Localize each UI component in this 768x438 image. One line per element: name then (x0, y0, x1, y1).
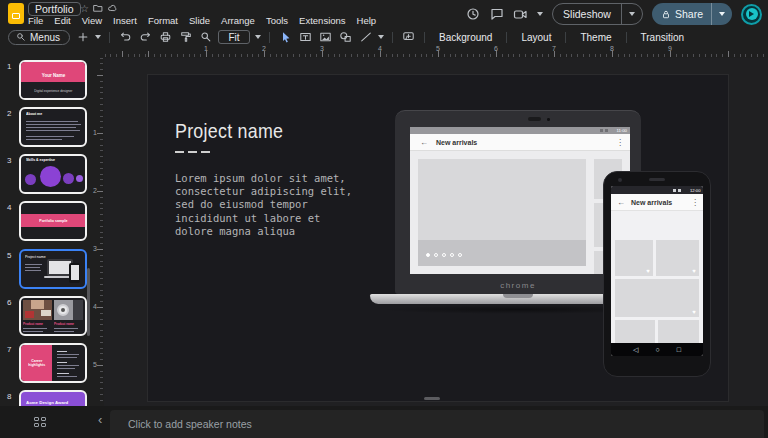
skill-bubble (63, 173, 74, 184)
grid-view-button[interactable] (34, 417, 46, 427)
carousel-dots (426, 253, 462, 257)
print-button[interactable] (158, 30, 173, 44)
product-card: ♥ (615, 240, 653, 276)
menu-arrange[interactable]: Arrange (221, 15, 255, 26)
comment-history-icon[interactable] (489, 7, 504, 22)
divider (565, 32, 566, 43)
slide-thumbnail-2[interactable]: About me (19, 107, 87, 147)
phone-clock: 12:00 (690, 188, 701, 192)
slide-thumbnail-1[interactable]: Your Name Digital experience designer (19, 60, 87, 100)
slide-thumbnail-7[interactable]: Career highlights (19, 343, 87, 383)
menu-file[interactable]: File (28, 15, 43, 26)
thumb-title: Your Name (41, 73, 64, 78)
nav-recents-icon: □ (677, 346, 681, 353)
toolbar: Menus Fit (0, 28, 768, 46)
titlebar: Portfolio ☆ File Edit View Insert Format… (0, 0, 768, 28)
call-dropdown-caret[interactable] (537, 12, 543, 16)
canvas-scroll-indicator[interactable] (424, 397, 440, 400)
transition-button[interactable]: Transition (635, 32, 691, 43)
slide-thumbnail-3[interactable]: Skills & expertise (19, 154, 87, 194)
slide-number: 1 (7, 62, 11, 71)
laptop-content (410, 151, 630, 274)
filmstrip-scrollbar[interactable] (87, 268, 90, 336)
slide-number: 7 (7, 345, 11, 354)
product-card: ♥ (656, 240, 699, 276)
menu-slide[interactable]: Slide (189, 15, 210, 26)
menu-tools[interactable]: Tools (266, 15, 288, 26)
phone-app-bar: ← New arrivals ⋮ (611, 194, 703, 211)
menu-edit[interactable]: Edit (54, 15, 70, 26)
skill-bubble (25, 174, 36, 185)
undo-button[interactable] (118, 30, 133, 44)
slide-thumbnail-5-selected[interactable]: Project name (19, 249, 87, 289)
slideshow-dropdown[interactable] (621, 4, 642, 24)
slide-filmstrip: 1 Your Name Digital experience designer … (0, 48, 92, 410)
share-label: Share (671, 8, 711, 20)
thumb-caption: Product name (54, 322, 74, 325)
slide-number: 5 (7, 251, 11, 260)
slide-body-textbox[interactable]: Lorem ipsum dolor sit amet, consectetur … (175, 172, 352, 238)
theme-button[interactable]: Theme (574, 32, 617, 43)
slide-canvas[interactable]: Project name Lorem ipsum dolor sit amet,… (104, 58, 768, 406)
zoom-select-caret[interactable] (255, 35, 261, 39)
move-folder-icon[interactable] (93, 3, 103, 13)
phone-mockup[interactable]: 12:00 ← New arrivals ⋮ ♥ ♥ ♥ ♥ ♥ (603, 171, 711, 377)
thumb-title: Career highlights (28, 359, 45, 367)
menu-extensions[interactable]: Extensions (299, 15, 345, 26)
phone-content: ♥ ♥ ♥ ♥ ♥ (611, 211, 703, 343)
paint-format-button[interactable] (178, 30, 193, 44)
background-button[interactable]: Background (433, 32, 498, 43)
zoom-select[interactable]: Fit (218, 30, 250, 44)
heart-icon: ♥ (646, 268, 650, 274)
title-underline-dashes (175, 151, 210, 153)
redo-button[interactable] (138, 30, 153, 44)
horizontal-ruler: 1 2 3 4 5 6 7 8 9 (104, 46, 768, 58)
current-slide[interactable]: Project name Lorem ipsum dolor sit amet,… (148, 75, 728, 401)
share-dropdown[interactable] (711, 3, 732, 25)
menu-insert[interactable]: Insert (113, 15, 137, 26)
cloud-status-icon[interactable] (107, 3, 118, 13)
slide-thumbnail-6[interactable]: Product name Product name (19, 296, 87, 336)
zoom-button[interactable] (198, 30, 213, 44)
text-box-tool[interactable] (298, 30, 313, 44)
new-slide-button[interactable] (75, 30, 90, 44)
insert-comment-tool[interactable] (401, 30, 416, 44)
laptop-camera (528, 117, 541, 121)
insert-shape-tool[interactable] (338, 30, 353, 44)
star-icon[interactable]: ☆ (80, 3, 89, 14)
thumb-subtitle: Digital experience designer (34, 88, 72, 91)
slide-number: 6 (7, 298, 11, 307)
slides-logo-icon[interactable] (8, 3, 24, 24)
header-actions: Slideshow Share (465, 2, 762, 26)
version-history-icon[interactable] (465, 7, 480, 22)
divider (392, 32, 393, 43)
menu-help[interactable]: Help (357, 15, 377, 26)
lock-icon (661, 9, 671, 20)
insert-image-tool[interactable] (318, 30, 333, 44)
back-arrow-icon: ← (617, 198, 625, 207)
speaker-notes-input[interactable]: Click to add speaker notes (110, 410, 764, 438)
new-slide-caret[interactable] (95, 35, 101, 39)
account-avatar[interactable] (741, 4, 762, 25)
thumb-photo (54, 300, 83, 320)
slide-title-textbox[interactable]: Project name (175, 119, 283, 143)
collapse-filmstrip-icon[interactable]: ‹ (98, 412, 102, 427)
slideshow-button[interactable]: Slideshow (552, 3, 643, 25)
skill-bubble (40, 166, 61, 187)
join-call-icon[interactable] (513, 7, 528, 22)
vertical-ruler: 1 2 3 4 5 (92, 58, 104, 406)
menu-format[interactable]: Format (148, 15, 178, 26)
product-card: ♥ (615, 279, 699, 317)
select-tool-icon[interactable] (278, 30, 293, 44)
line-tool-caret[interactable] (378, 35, 384, 39)
slide-thumbnail-4[interactable]: Portfolio sample (19, 201, 87, 241)
menu-view[interactable]: View (82, 15, 102, 26)
menus-search-button[interactable]: Menus (8, 30, 70, 45)
laptop-appbar-title: New arrivals (436, 139, 477, 146)
layout-button[interactable]: Layout (515, 32, 557, 43)
laptop-screen: 11:00 ← New arrivals ⋮ (410, 127, 630, 274)
thumb-title: About me (26, 112, 42, 116)
insert-line-tool[interactable] (358, 30, 373, 44)
share-button[interactable]: Share (652, 3, 732, 25)
document-title-input[interactable]: Portfolio (28, 2, 81, 16)
